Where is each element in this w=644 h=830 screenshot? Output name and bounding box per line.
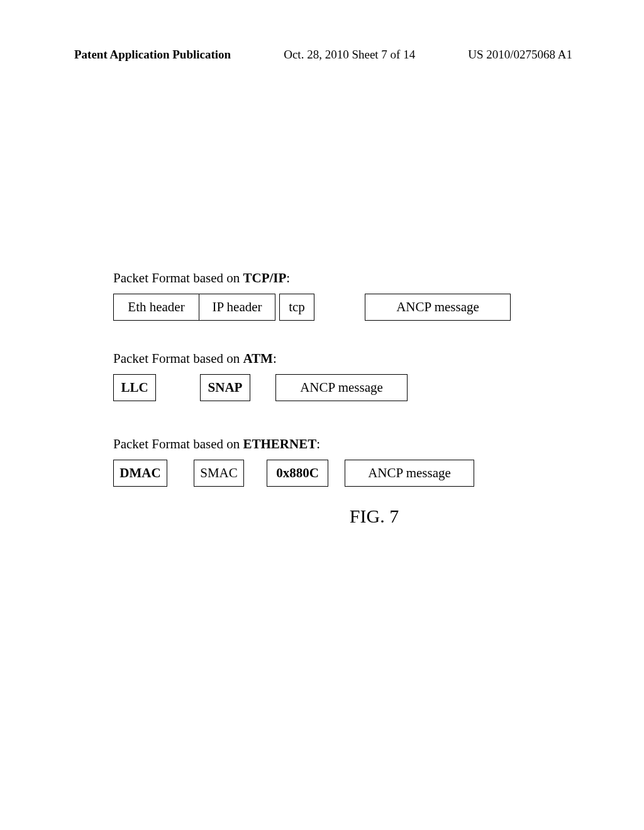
- ethernet-label-bold: ETHERNET: [243, 436, 316, 451]
- box-ancp-atm: ANCP message: [275, 374, 408, 401]
- page-header: Patent Application Publication Oct. 28, …: [0, 48, 644, 62]
- tcpip-label-suffix: :: [286, 270, 290, 285]
- ethernet-packet-row: DMAC SMAC 0x880C ANCP message: [113, 460, 553, 487]
- box-smac: SMAC: [194, 460, 244, 487]
- box-eth-header: Eth header: [113, 294, 199, 321]
- box-tcp: tcp: [279, 294, 314, 321]
- atm-label-bold: ATM: [243, 351, 272, 366]
- atm-label: Packet Format based on ATM:: [113, 351, 553, 367]
- box-snap: SNAP: [200, 374, 250, 401]
- tcpip-label-bold: TCP/IP: [243, 270, 286, 285]
- ethernet-label: Packet Format based on ETHERNET:: [113, 436, 553, 452]
- tcpip-packet-row: Eth header IP header tcp ANCP message: [113, 294, 553, 321]
- box-ethertype: 0x880C: [267, 460, 328, 487]
- atm-packet-row: LLC SNAP ANCP message: [113, 374, 553, 401]
- box-ancp-ethernet: ANCP message: [345, 460, 474, 487]
- atm-label-prefix: Packet Format based on: [113, 351, 243, 366]
- atm-label-suffix: :: [273, 351, 277, 366]
- box-dmac: DMAC: [113, 460, 167, 487]
- header-publication: Patent Application Publication: [74, 48, 231, 62]
- figure-content: Packet Format based on TCP/IP: Eth heade…: [113, 270, 553, 527]
- header-patent-number: US 2010/0275068 A1: [468, 48, 572, 62]
- tcpip-label: Packet Format based on TCP/IP:: [113, 270, 553, 286]
- ethernet-label-prefix: Packet Format based on: [113, 436, 243, 451]
- box-llc: LLC: [113, 374, 156, 401]
- tcpip-label-prefix: Packet Format based on: [113, 270, 243, 285]
- figure-number-label: FIG. 7: [195, 506, 553, 527]
- box-ancp-tcpip: ANCP message: [365, 294, 511, 321]
- ethernet-label-suffix: :: [316, 436, 320, 451]
- header-date-sheet: Oct. 28, 2010 Sheet 7 of 14: [284, 48, 415, 62]
- box-ip-header: IP header: [199, 294, 275, 321]
